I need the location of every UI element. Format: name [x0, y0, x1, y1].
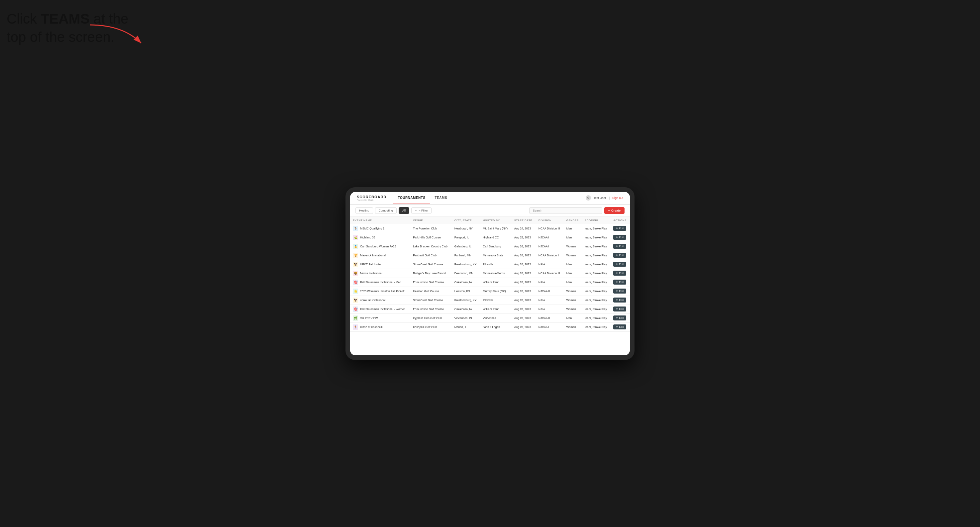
edit-button[interactable]: ✏ Edit — [613, 279, 626, 284]
filter-button[interactable]: ≡ ≡ Filter — [411, 207, 431, 214]
cell-scoring: team, Stroke Play — [582, 295, 611, 305]
team-icon: 🏌 — [353, 226, 358, 231]
edit-button[interactable]: ✏ Edit — [613, 226, 626, 231]
table-row: 🌿 VU PREVIEW Cypress Hills Golf Club Vin… — [350, 313, 630, 322]
cell-event-name: 🎯 Fall Statesmen Invitational - Men — [350, 278, 410, 287]
cell-actions: ✏ Edit — [611, 305, 630, 313]
filter-bar: Hosting Competing All ≡ ≡ Filter + Creat… — [350, 205, 630, 217]
cell-gender: Men — [564, 278, 582, 287]
edit-button[interactable]: ✏ Edit — [613, 235, 626, 240]
cell-hosted-by: Mt. Saint Mary (NY) — [480, 224, 512, 233]
event-name-text: UPKE Fall Invite — [360, 263, 381, 266]
table-container: EVENT NAME VENUE CITY, STATE HOSTED BY S… — [350, 217, 630, 355]
edit-button[interactable]: ✏ Edit — [613, 289, 626, 294]
cell-start-date: Aug 28, 2023 — [512, 251, 536, 260]
tablet-frame: SCOREBOARD Powered by Clippit TOURNAMENT… — [345, 187, 635, 360]
search-input[interactable] — [529, 207, 602, 214]
cell-city-state: Oskaloosa, IA — [452, 305, 480, 313]
cell-city-state: Newburgh, NY — [452, 224, 480, 233]
table-row: 🏆 Maverick Invitational Faribault Golf C… — [350, 251, 630, 260]
cell-hosted-by: William Penn — [480, 278, 512, 287]
cell-event-name: ⛳ Highland 36 — [350, 233, 410, 242]
edit-button[interactable]: ✏ Edit — [613, 244, 626, 249]
cell-city-state: Faribault, MN — [452, 251, 480, 260]
cell-event-name: 🦅 UPKE Fall Invite — [350, 260, 410, 269]
cell-venue: Park Hills Golf Course — [410, 233, 452, 242]
cell-hosted-by: Minnesota-Morris — [480, 269, 512, 278]
create-button[interactable]: + Create — [604, 207, 625, 214]
cell-start-date: Aug 28, 2023 — [512, 313, 536, 322]
cell-scoring: team, Stroke Play — [582, 260, 611, 269]
event-name-text: MSMC Qualifying 1 — [360, 227, 384, 230]
cell-scoring: team, Stroke Play — [582, 269, 611, 278]
logo-text: SCOREBOARD — [357, 195, 387, 199]
edit-button[interactable]: ✏ Edit — [613, 262, 626, 267]
cell-division: NAIA — [536, 295, 564, 305]
cell-city-state: Galesburg, IL — [452, 242, 480, 251]
col-city-state: CITY, STATE — [452, 217, 480, 224]
cell-city-state: Hesston, KS — [452, 287, 480, 295]
table-row: 🎯 Fall Statesmen Invitational - Men Edmu… — [350, 278, 630, 287]
cell-venue: Ruttger's Bay Lake Resort — [410, 269, 452, 278]
cell-event-name: 🏌 Klash at Kokopelli — [350, 322, 410, 332]
cell-actions: ✏ Edit — [611, 224, 630, 233]
table-row: 🦅 upike fall invitational StoneCrest Gol… — [350, 295, 630, 305]
cell-scoring: team, Stroke Play — [582, 278, 611, 287]
nav-right: ⚙ Test User | Sign out — [585, 195, 623, 201]
col-division: DIVISION — [536, 217, 564, 224]
cell-event-name: 🌟 2023 Women's Hesston Fall Kickoff — [350, 287, 410, 295]
cell-start-date: Aug 28, 2023 — [512, 278, 536, 287]
cell-start-date: Aug 28, 2023 — [512, 322, 536, 332]
cell-division: NJCAA II — [536, 287, 564, 295]
cell-division: NAIA — [536, 278, 564, 287]
all-button[interactable]: All — [399, 207, 409, 214]
col-hosted-by: HOSTED BY — [480, 217, 512, 224]
cell-gender: Women — [564, 305, 582, 313]
edit-button[interactable]: ✏ Edit — [613, 324, 626, 329]
edit-button[interactable]: ✏ Edit — [613, 298, 626, 303]
filter-icon: ≡ — [415, 209, 417, 212]
edit-button[interactable]: ✏ Edit — [613, 253, 626, 258]
cell-city-state: Prestonsburg, KY — [452, 295, 480, 305]
tablet-screen: SCOREBOARD Powered by Clippit TOURNAMENT… — [350, 192, 630, 355]
cell-hosted-by: Pikeville — [480, 260, 512, 269]
cell-division: NJCAA I — [536, 322, 564, 332]
competing-button[interactable]: Competing — [375, 207, 397, 214]
cell-gender: Men — [564, 233, 582, 242]
cell-venue: Kokopelli Golf Club — [410, 322, 452, 332]
nav-signout[interactable]: Sign out — [612, 196, 623, 200]
team-icon: 🦅 — [353, 298, 358, 303]
cell-event-name: 🎯 Fall Statesmen Invitational - Women — [350, 305, 410, 313]
event-name-text: Maverick Invitational — [360, 254, 386, 257]
nav-teams[interactable]: TEAMS — [430, 192, 452, 205]
edit-button[interactable]: ✏ Edit — [613, 271, 626, 276]
table-row: 🌟 2023 Women's Hesston Fall Kickoff Hess… — [350, 287, 630, 295]
cell-division: NAIA — [536, 305, 564, 313]
team-icon: 🏅 — [353, 244, 358, 249]
cell-scoring: team, Stroke Play — [582, 233, 611, 242]
cell-city-state: Oskaloosa, IA — [452, 278, 480, 287]
edit-button[interactable]: ✏ Edit — [613, 316, 626, 321]
team-icon: ⛳ — [353, 235, 358, 240]
cell-scoring: team, Stroke Play — [582, 251, 611, 260]
event-name-text: Morris Invitational — [360, 271, 382, 275]
team-icon: 🏌 — [353, 324, 358, 330]
cell-gender: Women — [564, 242, 582, 251]
event-name-text: Fall Statesmen Invitational - Men — [360, 281, 401, 284]
edit-button[interactable]: ✏ Edit — [613, 306, 626, 311]
cell-venue: Hesston Golf Course — [410, 287, 452, 295]
settings-icon[interactable]: ⚙ — [585, 195, 591, 201]
table-row: ⛳ Highland 36 Park Hills Golf Course Fre… — [350, 233, 630, 242]
hosting-button[interactable]: Hosting — [355, 207, 373, 214]
cell-actions: ✏ Edit — [611, 287, 630, 295]
event-name-text: upike fall invitational — [360, 298, 385, 302]
cell-scoring: team, Stroke Play — [582, 242, 611, 251]
cell-venue: StoneCrest Golf Course — [410, 295, 452, 305]
event-name-text: Carl Sandburg Women FA23 — [360, 245, 396, 248]
event-name-text: Fall Statesmen Invitational - Women — [360, 308, 405, 311]
cell-actions: ✏ Edit — [611, 322, 630, 332]
nav-tournaments[interactable]: TOURNAMENTS — [393, 192, 430, 205]
cell-hosted-by: Minnesota State — [480, 251, 512, 260]
cell-hosted-by: John A Logan — [480, 322, 512, 332]
cell-venue: Edmundson Golf Course — [410, 278, 452, 287]
